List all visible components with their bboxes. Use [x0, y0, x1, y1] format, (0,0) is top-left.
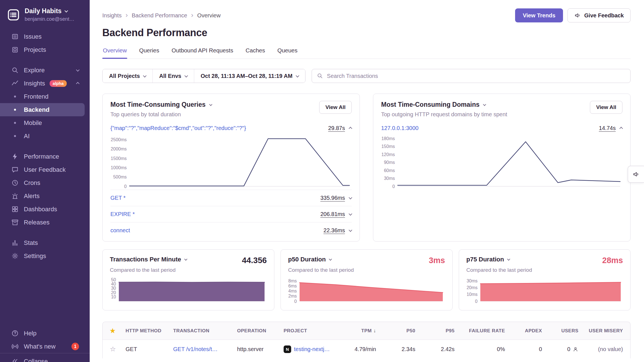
org-switcher[interactable]: Daily Habits benjamin.coe@sent…	[0, 0, 90, 30]
chevron-up-icon	[76, 82, 80, 86]
sidebar-collapse-button[interactable]: Collapse	[0, 353, 90, 362]
tpm-card: Transactions Per Minute 44.356 Compared …	[102, 249, 274, 310]
search-icon	[11, 66, 19, 74]
sidebar-item-label: Crons	[24, 179, 40, 187]
tab-queues[interactable]: Queues	[277, 47, 298, 59]
cell-apdex: 0	[505, 346, 542, 352]
sidebar-item-frontend[interactable]: Frontend	[0, 90, 90, 103]
p75-card-title-row[interactable]: p75 Duration	[466, 256, 510, 263]
domains-view-all-button[interactable]: View All	[590, 101, 622, 114]
chevron-down-icon	[143, 74, 147, 77]
sidebar-item-whats-new[interactable]: What's new 1	[0, 340, 90, 353]
favorite-star-icon[interactable]: ☆	[110, 345, 126, 353]
metric-cards: Transactions Per Minute 44.356 Compared …	[102, 249, 631, 310]
sidebar-item-backend[interactable]: Backend	[0, 103, 85, 116]
siren-icon	[11, 192, 19, 200]
archive-box-icon	[11, 219, 19, 226]
cell-users: 0	[542, 346, 578, 352]
p50-card-title-row[interactable]: p50 Duration	[288, 256, 332, 263]
query-link[interactable]: connect	[110, 227, 130, 234]
cell-project-link[interactable]: testing-nextj…	[294, 346, 330, 352]
p50-chart: 8ms6ms4ms2ms0	[288, 277, 445, 305]
megaphone-icon	[574, 12, 581, 19]
svg-text:6ms: 6ms	[288, 284, 297, 288]
sidebar-item-user-feedback[interactable]: User Feedback	[0, 163, 90, 176]
chevron-down-icon[interactable]	[349, 196, 352, 199]
chevron-down-icon[interactable]	[349, 228, 352, 232]
project-filter-dropdown[interactable]: All Projects	[103, 69, 152, 83]
sidebar-item-issues[interactable]: Issues	[0, 30, 90, 43]
svg-text:4ms: 4ms	[288, 289, 297, 293]
sidebar-item-explore[interactable]: Explore	[0, 64, 90, 77]
svg-text:180ms: 180ms	[381, 136, 395, 141]
chevron-up-icon[interactable]	[349, 127, 352, 131]
tab-caches[interactable]: Caches	[245, 47, 266, 59]
tab-overview[interactable]: Overview	[102, 47, 127, 59]
chevron-down-icon[interactable]	[349, 212, 352, 216]
breadcrumb-backend-performance[interactable]: Backend Performance	[132, 12, 187, 19]
nav-section-gap	[0, 56, 90, 64]
sidebar-item-label: Help	[24, 330, 36, 337]
cell-project: N testing-nextj…	[284, 345, 340, 353]
view-trends-button[interactable]: View Trends	[515, 8, 563, 22]
table-row: ☆ GET GET /v1/notes/t… http.server N tes…	[103, 340, 630, 358]
sidebar-item-stats[interactable]: Stats	[0, 236, 90, 249]
sidebar-item-label: Frontend	[24, 93, 48, 100]
svg-text:0: 0	[475, 299, 478, 304]
col-operation: OPERATION	[237, 328, 284, 334]
svg-text:1500ms: 1500ms	[111, 156, 127, 161]
col-p95[interactable]: P95	[415, 328, 455, 334]
sidebar-item-performance[interactable]: Performance	[0, 150, 90, 163]
sidebar-item-dashboards[interactable]: Dashboards	[0, 203, 90, 216]
sidebar-item-alerts[interactable]: Alerts	[0, 189, 90, 203]
date-range-filter-dropdown[interactable]: Oct 28, 11:13 AM–Oct 28, 11:19 AM	[194, 69, 305, 83]
chevron-up-icon[interactable]	[619, 127, 623, 131]
tpm-card-title-row[interactable]: Transactions Per Minute	[110, 256, 187, 263]
domains-panel-title-row[interactable]: Most Time-Consuming Domains	[381, 101, 507, 108]
tpm-value: 44.356	[242, 256, 267, 265]
sidebar-item-releases[interactable]: Releases	[0, 216, 90, 229]
col-tpm-label: TPM	[361, 328, 372, 334]
sidebar-item-ai[interactable]: AI	[0, 129, 90, 143]
query-row-expanded: {"map":"?","mapReduce":"$cmd","out":"?",…	[110, 125, 352, 131]
svg-text:150ms: 150ms	[381, 144, 395, 149]
queries-view-all-button[interactable]: View All	[319, 101, 352, 114]
lightning-icon	[11, 153, 19, 160]
breadcrumb-insights[interactable]: Insights	[102, 12, 122, 19]
tab-outbound-api-requests[interactable]: Outbound API Requests	[171, 47, 234, 59]
col-failure-rate[interactable]: FAILURE RATE	[455, 328, 505, 334]
col-apdex[interactable]: APDEX	[505, 328, 542, 334]
query-link[interactable]: {"map":"?","mapReduce":"$cmd","out":"?",…	[110, 125, 246, 131]
domain-link[interactable]: 127.0.0.1:3000	[381, 125, 418, 131]
environment-filter-dropdown[interactable]: All Envs	[152, 69, 194, 83]
sidebar-item-help[interactable]: Help	[0, 327, 90, 340]
cell-http-method: GET	[126, 346, 173, 352]
cell-transaction-link[interactable]: GET /v1/notes/t…	[173, 346, 237, 352]
grid-icon	[11, 205, 19, 213]
cell-operation: http.server	[237, 346, 284, 352]
sidebar-item-insights[interactable]: Insights alpha	[0, 77, 90, 90]
nav-section-gap	[0, 143, 90, 150]
svg-text:2ms: 2ms	[288, 294, 297, 298]
col-user-misery[interactable]: USER MISERY	[578, 328, 623, 334]
query-link[interactable]: GET *	[110, 195, 126, 201]
feedback-fab-button[interactable]	[628, 166, 644, 183]
queries-panel-title-row[interactable]: Most Time-Consuming Queries	[110, 101, 212, 108]
give-feedback-button[interactable]: Give Feedback	[567, 8, 631, 22]
filter-bar: All Projects All Envs Oct 28, 11:13 AM–O…	[102, 69, 631, 83]
issues-icon	[11, 33, 19, 40]
col-users[interactable]: USERS	[542, 328, 578, 334]
query-link[interactable]: EXPIRE *	[110, 211, 135, 217]
sidebar-item-mobile[interactable]: Mobile	[0, 116, 90, 129]
domains-panel-title: Most Time-Consuming Domains	[381, 101, 479, 108]
tab-queries[interactable]: Queries	[138, 47, 160, 59]
search-input[interactable]	[312, 69, 631, 83]
col-tpm-sorted[interactable]: TPM ↓	[340, 328, 376, 334]
sidebar-item-crons[interactable]: Crons	[0, 176, 90, 189]
favorite-column-star-icon[interactable]: ★	[110, 327, 126, 335]
sidebar-item-settings[interactable]: Settings	[0, 249, 90, 263]
bullet-icon	[11, 119, 19, 127]
col-p50[interactable]: P50	[376, 328, 415, 334]
sidebar-item-projects[interactable]: Projects	[0, 43, 90, 56]
svg-text:8ms: 8ms	[288, 279, 297, 283]
